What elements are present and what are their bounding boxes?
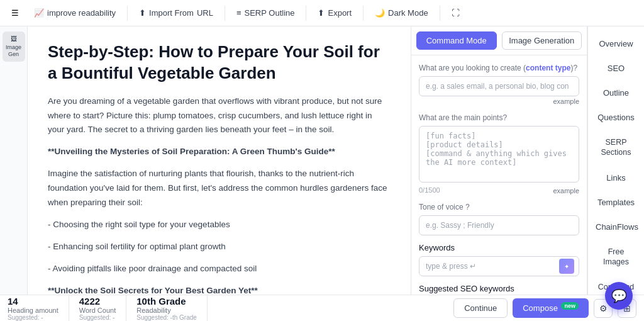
main-points-textarea[interactable]	[419, 126, 579, 183]
char-count: 0/1500	[419, 186, 440, 194]
divider	[440, 6, 440, 21]
word-value: 4222	[79, 296, 116, 307]
command-panel-body: What are you looking to create (content …	[411, 55, 587, 295]
nav-links[interactable]: Links	[591, 167, 641, 189]
divider	[127, 6, 128, 21]
new-badge: new	[561, 302, 579, 310]
paragraph-3: Imagine the satisfaction of nurturing pl…	[48, 167, 391, 210]
moon-icon: 🌙	[375, 8, 385, 18]
create-type-input[interactable]	[419, 76, 579, 96]
points-example-link[interactable]: example	[553, 187, 579, 194]
nav-questions[interactable]: Questions	[591, 106, 641, 128]
keywords-wrap: ✦	[419, 256, 579, 276]
readability-stat: 10th Grade Readability Suggested: -th Gr…	[136, 295, 208, 322]
main-points-label: What are the main points?	[419, 113, 579, 122]
suggested-seo-label: Suggested SEO keywords	[419, 284, 579, 293]
right-nav: Overview SEO Outline Questions SERPSecti…	[587, 26, 644, 295]
create-field-label: What are you looking to create (content …	[419, 63, 579, 72]
import-from-button[interactable]: ⬆ Import From URL	[133, 5, 219, 21]
serp-outline-button[interactable]: ≡ SERP Outline	[230, 5, 301, 21]
expand-icon: ⛶	[452, 8, 460, 18]
status-bar: 14 Heading amount Suggested: - 4222 Word…	[0, 295, 644, 321]
nav-seo[interactable]: SEO	[591, 57, 641, 79]
paragraph-1: Are you dreaming of a vegetable garden t…	[48, 94, 391, 138]
image-gen-sidebar: 🖼 Image Gen	[0, 26, 28, 295]
word-count-stat: 4222 Word Count Suggested: -	[79, 295, 127, 322]
image-generation-tab[interactable]: Image Generation	[502, 31, 582, 50]
nav-outline[interactable]: Outline	[591, 82, 641, 104]
tone-label: Tone of voice ?	[419, 202, 579, 211]
heading-stat: 14 Heading amount Suggested: -	[8, 295, 69, 322]
nav-serp-sections[interactable]: SERPSections	[591, 131, 641, 164]
keywords-input[interactable]	[419, 256, 579, 276]
readability-icon: 📈	[34, 8, 44, 18]
heading-label: Heading amount	[8, 307, 58, 314]
grade-value: 10th Grade	[136, 296, 197, 307]
ai-assist-icon[interactable]: ✦	[559, 259, 574, 274]
list-item-2: - Enhancing soil fertility for optimal p…	[48, 240, 391, 254]
nav-chainflows[interactable]: ChainFlows	[591, 216, 641, 238]
serp-icon: ≡	[236, 8, 242, 18]
keywords-label: Keywords	[419, 243, 579, 252]
list-item-1: - Choosing the right soil type for your …	[48, 218, 391, 232]
nav-free-images[interactable]: FreeImages	[591, 240, 641, 274]
editor-panel: Step-by-Step: How to Prepare Your Soil f…	[28, 26, 411, 295]
command-panel-header: Command Mode Image Generation	[411, 26, 587, 55]
word-suggested: Suggested: -	[79, 314, 116, 321]
divider	[363, 6, 364, 21]
paragraph-4: **Unlock the Soil Secrets for Your Best …	[48, 284, 391, 295]
compose-button[interactable]: Compose new	[513, 298, 589, 317]
chat-float-button[interactable]: 💬	[605, 282, 633, 310]
command-panel: Command Mode Image Generation What are y…	[411, 26, 587, 295]
heading-suggested: Suggested: -	[8, 314, 58, 321]
divider	[225, 6, 225, 21]
paragraph-2: **Unveiling the Mysteries of Soil Prepar…	[48, 145, 391, 159]
nav-overview[interactable]: Overview	[591, 33, 641, 55]
continue-button[interactable]: Continue	[453, 298, 508, 318]
tone-input[interactable]	[419, 215, 579, 235]
grade-label: Readability	[136, 307, 197, 314]
nav-templates[interactable]: Templates	[591, 191, 641, 213]
settings-icon: ⚙	[599, 303, 608, 313]
word-label: Word Count	[79, 307, 116, 314]
dark-mode-button[interactable]: 🌙 Dark Mode	[369, 5, 435, 21]
export-button[interactable]: ⬆ Export	[311, 5, 358, 21]
command-mode-tab[interactable]: Command Mode	[416, 31, 497, 50]
create-example-link[interactable]: example	[419, 98, 579, 105]
menu-button[interactable]: ☰	[5, 3, 25, 23]
image-icon: 🖼	[11, 35, 17, 42]
divider	[306, 6, 306, 21]
import-icon: ⬆	[139, 8, 146, 18]
image-gen-button[interactable]: 🖼 Image Gen	[3, 31, 25, 62]
heading-value: 14	[8, 296, 58, 307]
grade-suggested: Suggested: -th Grade	[136, 314, 197, 321]
expand-button[interactable]: ⛶	[445, 5, 466, 21]
improve-readability-button[interactable]: 📈 improve readability	[28, 5, 122, 21]
article-title: Step-by-Step: How to Prepare Your Soil f…	[48, 42, 391, 84]
list-item-3: - Avoiding pitfalls like poor drainage a…	[48, 262, 391, 276]
menu-icon: ☰	[11, 8, 19, 18]
chat-icon: 💬	[611, 288, 627, 303]
export-icon: ⬆	[318, 8, 325, 18]
article-body[interactable]: Are you dreaming of a vegetable garden t…	[48, 94, 391, 295]
